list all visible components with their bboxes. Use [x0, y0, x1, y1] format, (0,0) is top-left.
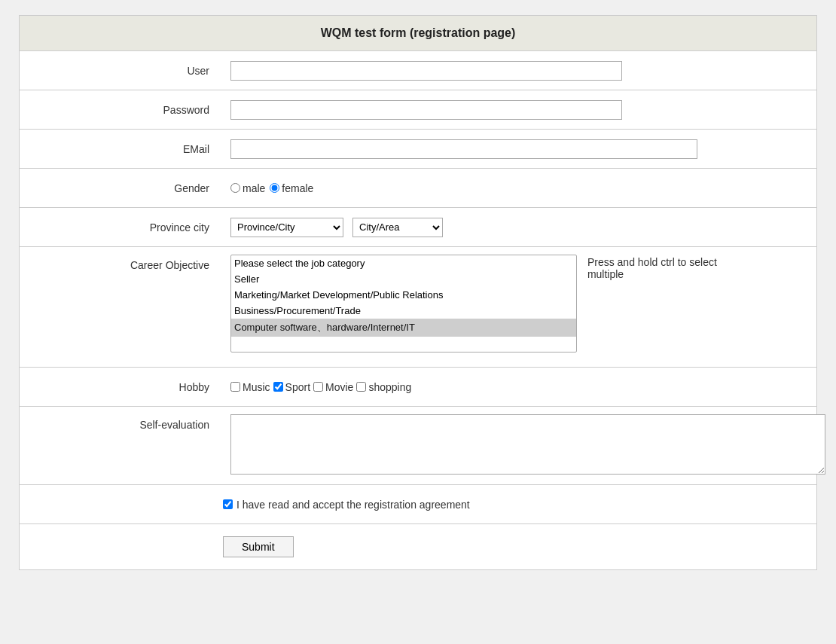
gender-label: Gender: [20, 172, 223, 205]
agreement-checkbox[interactable]: [223, 499, 233, 509]
user-input[interactable]: [230, 61, 622, 81]
password-label: Password: [20, 93, 223, 127]
email-row: EMail: [20, 130, 816, 169]
submit-row: Submit: [20, 524, 816, 569]
province-row: Province city Province/City City/Area: [20, 208, 816, 247]
hobby-music-label[interactable]: Music: [230, 381, 270, 393]
hobby-field: Music Sport Movie shopping: [223, 374, 816, 401]
self-eval-label: Self-evaluation: [20, 407, 223, 441]
password-input[interactable]: [230, 100, 622, 120]
career-hint-line2: multiple: [587, 268, 624, 280]
user-row: User: [20, 51, 816, 90]
city-select[interactable]: City/Area: [352, 218, 443, 237]
hobby-group: Music Sport Movie shopping: [230, 381, 809, 393]
hobby-shopping-text: shopping: [368, 381, 411, 393]
province-select[interactable]: Province/City: [230, 218, 343, 237]
career-option-3[interactable]: Business/Procurement/Trade: [231, 303, 576, 319]
province-label: Province city: [20, 211, 223, 244]
gender-female-label[interactable]: female: [270, 182, 313, 194]
gender-male-text: male: [243, 182, 265, 194]
agreement-row: I have read and accept the registration …: [20, 485, 816, 524]
province-field: Province/City City/Area: [223, 210, 816, 245]
career-hint: Press and hold ctrl to select multiple: [587, 255, 717, 280]
gender-field: male female: [223, 175, 816, 202]
gender-male-label[interactable]: male: [230, 182, 265, 194]
registration-form: WQM test form (registration page) User P…: [19, 15, 817, 570]
gender-female-radio[interactable]: [270, 183, 279, 193]
hobby-music-checkbox[interactable]: [230, 382, 240, 392]
career-hint-line1: Press and hold ctrl to select: [587, 256, 717, 268]
hobby-movie-label[interactable]: Movie: [313, 381, 353, 393]
user-label: User: [20, 54, 223, 87]
hobby-label: Hobby: [20, 371, 223, 404]
password-field: [223, 93, 816, 127]
career-field: Please select the job category Seller Ma…: [223, 247, 816, 360]
hobby-shopping-checkbox[interactable]: [356, 382, 366, 392]
user-field: [223, 53, 816, 88]
form-title: WQM test form (registration page): [20, 16, 816, 51]
agreement-text: I have read and accept the registration …: [236, 499, 470, 511]
hobby-movie-text: Movie: [325, 381, 353, 393]
career-option-4[interactable]: Computer software、hardware/Internet/IT: [231, 319, 576, 337]
gender-female-text: female: [282, 182, 313, 194]
gender-male-radio[interactable]: [230, 183, 240, 193]
hobby-movie-checkbox[interactable]: [313, 382, 323, 392]
email-label: EMail: [20, 133, 223, 166]
hobby-sport-checkbox[interactable]: [273, 382, 283, 392]
hobby-sport-text: Sport: [285, 381, 310, 393]
self-eval-textarea[interactable]: [230, 414, 825, 475]
gender-group: male female: [230, 182, 809, 194]
self-eval-field: [223, 407, 833, 484]
hobby-sport-label[interactable]: Sport: [273, 381, 310, 393]
self-eval-row: Self-evaluation: [20, 407, 816, 485]
gender-row: Gender male female: [20, 169, 816, 208]
career-option-1[interactable]: Seller: [231, 271, 576, 287]
career-label: Career Objective: [20, 247, 223, 282]
email-field-wrapper: [223, 132, 816, 166]
password-row: Password: [20, 90, 816, 130]
career-select[interactable]: Please select the job category Seller Ma…: [230, 255, 577, 353]
email-input[interactable]: [230, 139, 697, 159]
hobby-row: Hobby Music Sport Movie shopping: [20, 368, 816, 407]
agreement-label[interactable]: I have read and accept the registration …: [223, 499, 470, 511]
career-option-2[interactable]: Marketing/Market Development/Public Rela…: [231, 287, 576, 303]
career-row: Career Objective Please select the job c…: [20, 247, 816, 368]
career-option-0[interactable]: Please select the job category: [231, 255, 576, 271]
submit-button[interactable]: Submit: [223, 536, 294, 557]
hobby-shopping-label[interactable]: shopping: [356, 381, 411, 393]
hobby-music-text: Music: [243, 381, 270, 393]
